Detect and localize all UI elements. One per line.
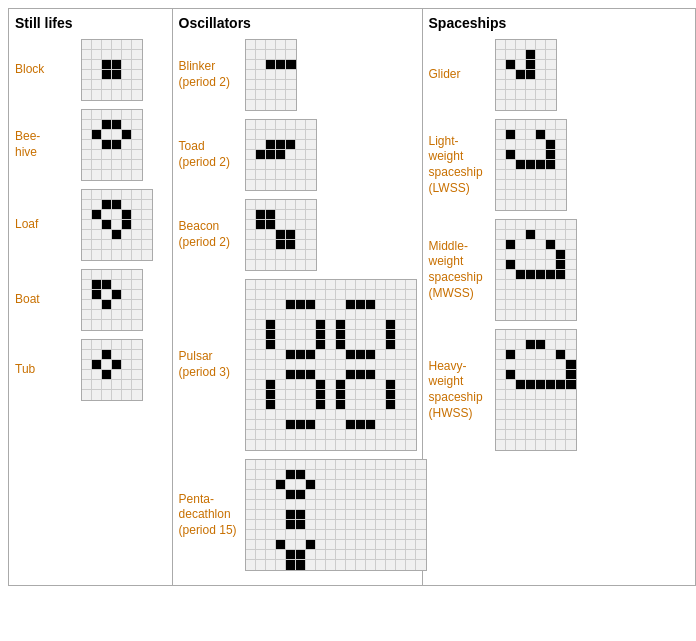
grid-cell xyxy=(296,490,306,500)
grid-cell xyxy=(296,250,306,260)
grid-cell xyxy=(286,290,296,300)
grid-cell xyxy=(246,180,256,190)
grid-cell xyxy=(92,350,102,360)
grid-cell xyxy=(346,340,356,350)
grid-cell xyxy=(286,230,296,240)
grid-cell xyxy=(316,350,326,360)
grid-cell xyxy=(376,330,386,340)
grid-cell xyxy=(286,250,296,260)
grid-cell xyxy=(276,90,286,100)
grid-cell xyxy=(276,560,286,570)
grid-cell xyxy=(506,220,516,230)
grid-cell xyxy=(346,540,356,550)
grid-cell xyxy=(246,360,256,370)
grid-cell xyxy=(566,230,576,240)
grid-cell xyxy=(306,350,316,360)
grid-cell xyxy=(306,130,316,140)
grid-cell xyxy=(526,360,536,370)
grid-cell xyxy=(536,170,546,180)
grid-cell xyxy=(296,380,306,390)
grid-cell xyxy=(246,410,256,420)
grid-cell xyxy=(92,120,102,130)
grid-cell xyxy=(356,440,366,450)
grid-cell xyxy=(122,380,132,390)
grid-cell xyxy=(376,400,386,410)
grid-cell xyxy=(526,260,536,270)
grid-cell xyxy=(82,40,92,50)
grid-cell xyxy=(326,560,336,570)
grid-cell xyxy=(526,430,536,440)
grid-cell xyxy=(406,350,416,360)
grid-cell xyxy=(366,430,376,440)
grid-cell xyxy=(286,370,296,380)
grid-cell xyxy=(546,40,556,50)
grid-cell xyxy=(346,560,356,570)
grid-cell xyxy=(336,300,346,310)
life-grid xyxy=(495,119,567,211)
grid-cell xyxy=(112,290,122,300)
grid-cell xyxy=(326,380,336,390)
grid-cell xyxy=(112,320,122,330)
grid-cell xyxy=(396,510,406,520)
grid-cell xyxy=(366,410,376,420)
life-grid xyxy=(81,339,143,401)
grid-cell xyxy=(346,530,356,540)
grid-cell xyxy=(92,70,102,80)
grid-cell xyxy=(276,440,286,450)
grid-cell xyxy=(536,220,546,230)
grid-cell xyxy=(246,470,256,480)
list-item: Loaf xyxy=(15,189,166,261)
grid-cell xyxy=(506,370,516,380)
grid-cell xyxy=(122,50,132,60)
grid-cell xyxy=(286,470,296,480)
grid-cell xyxy=(376,510,386,520)
grid-cell xyxy=(356,340,366,350)
grid-cell xyxy=(246,90,256,100)
grid-cell xyxy=(496,130,506,140)
grid-cell xyxy=(496,230,506,240)
grid-cell xyxy=(316,490,326,500)
grid-cell xyxy=(276,470,286,480)
grid-cell xyxy=(122,120,132,130)
grid-cell xyxy=(276,430,286,440)
grid-cell xyxy=(336,550,346,560)
grid-cell xyxy=(406,310,416,320)
grid-cell xyxy=(256,120,266,130)
grid-cell xyxy=(396,460,406,470)
grid-cell xyxy=(526,370,536,380)
grid-cell xyxy=(266,150,276,160)
grid-cell xyxy=(386,290,396,300)
grid-cell xyxy=(276,290,286,300)
grid-cell xyxy=(92,310,102,320)
grid-cell xyxy=(122,150,132,160)
grid-cell xyxy=(92,200,102,210)
grid-cell xyxy=(112,280,122,290)
grid-cell xyxy=(266,50,276,60)
grid-cell xyxy=(266,60,276,70)
grid-cell xyxy=(296,500,306,510)
grid-cell xyxy=(356,500,366,510)
grid-cell xyxy=(506,180,516,190)
grid-cell xyxy=(556,270,566,280)
grid-cell xyxy=(556,330,566,340)
grid-cell xyxy=(516,390,526,400)
grid-cell xyxy=(346,480,356,490)
list-item: Light- weight spaceship (LWSS) xyxy=(429,119,689,211)
grid-cell xyxy=(102,160,112,170)
grid-cell xyxy=(82,310,92,320)
grid-cell xyxy=(296,440,306,450)
grid-cell xyxy=(546,290,556,300)
grid-cell xyxy=(556,280,566,290)
grid-cell xyxy=(102,320,112,330)
grid-cell xyxy=(366,520,376,530)
grid-cell xyxy=(142,200,152,210)
grid-cell xyxy=(546,350,556,360)
item-label: Boat xyxy=(15,292,75,308)
grid-cell xyxy=(536,50,546,60)
grid-cell xyxy=(246,380,256,390)
grid-cell xyxy=(102,200,112,210)
grid-cell xyxy=(396,320,406,330)
grid-cell xyxy=(406,360,416,370)
grid-cell xyxy=(406,390,416,400)
grid-cell xyxy=(346,290,356,300)
